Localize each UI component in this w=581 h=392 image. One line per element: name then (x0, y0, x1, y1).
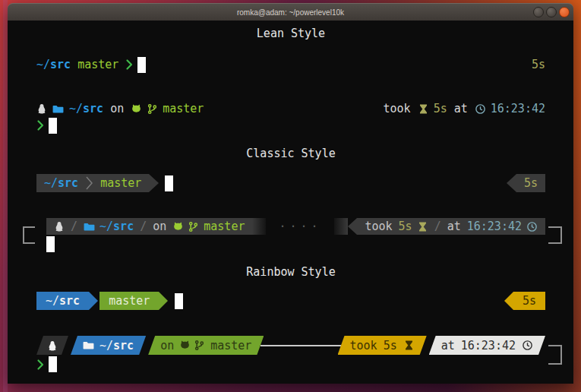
classic-prompt-2: / ~/src / on master ···· took (36, 218, 545, 253)
lean-prompt-1: ~/src master 5s (36, 55, 545, 74)
git-branch-icon (147, 103, 158, 115)
lean-p1-directory: ~/src (36, 58, 71, 71)
took-label: took (350, 339, 377, 352)
prompt-frame-right (548, 345, 562, 365)
rainbow-p2-duration-segment: took 5s (338, 336, 427, 355)
rainbow-style-heading: Rainbow Style (36, 265, 545, 279)
rainbow-p2-os-segment (36, 336, 68, 355)
lean-style-heading: Lean Style (36, 27, 545, 40)
classic-p2-left-segment: / ~/src / on master (46, 218, 252, 235)
separator-slash: / (434, 220, 441, 233)
rainbow-p2-time-segment: at 16:23:42 (429, 336, 545, 355)
gap-fill-line (261, 345, 340, 346)
gap-fill-dots: ···· (266, 220, 334, 233)
rainbow-prompt-2-line-1: ~/src on master took 5s at 16:23: (36, 336, 545, 355)
powerline-arrow-icon (159, 292, 168, 310)
classic-p1-left-segment: ~/src master (36, 174, 149, 192)
clock-icon (526, 221, 538, 232)
segment-fade (252, 218, 266, 235)
terminal-cursor (49, 356, 57, 372)
terminal-window: romka@adam: ~/powerlevel10k Lean Style ~… (8, 3, 573, 384)
minimize-button[interactable] (533, 7, 544, 17)
close-button[interactable] (559, 7, 570, 17)
os-logo-icon (54, 221, 65, 232)
lean-prompt-2-line-1: ~/src on master took 5s at 16:23:42 (36, 101, 545, 116)
rainbow-prompt-2-line-2 (36, 355, 545, 374)
classic-p1-directory: ~/src (44, 176, 78, 190)
duration-value: 5s (384, 339, 397, 352)
terminal-cursor (165, 175, 173, 191)
terminal-cursor (49, 118, 57, 134)
prompt-frame-right (548, 226, 562, 244)
duration-value: 5s (399, 220, 412, 233)
rainbow-p2-git-branch: master (210, 339, 251, 352)
github-icon (179, 340, 191, 351)
lean-p2-on-label: on (110, 102, 124, 115)
rainbow-prompt-2: ~/src on master took 5s at 16:23: (36, 336, 545, 374)
title-bar[interactable]: romka@adam: ~/powerlevel10k (8, 3, 573, 21)
clock-icon (522, 340, 533, 351)
prompt-frame-left (23, 226, 35, 244)
rainbow-p1-directory: ~/src (46, 294, 80, 308)
hourglass-icon (418, 103, 429, 115)
git-branch-icon (188, 221, 199, 232)
window-title: romka@adam: ~/powerlevel10k (237, 8, 344, 17)
time-value: 16:23:42 (461, 339, 516, 352)
powerline-arrow-icon (507, 174, 516, 192)
at-label: at (454, 102, 468, 115)
classic-prompt-1: ~/src master 5s (36, 174, 545, 192)
maximize-button[interactable] (546, 7, 557, 17)
classic-p1-duration: 5s (516, 174, 545, 192)
powerline-arrow-icon (149, 174, 159, 192)
github-icon (131, 103, 142, 115)
classic-prompt-2-line-1: / ~/src / on master ···· took (36, 218, 545, 235)
classic-p2-on-label: on (153, 220, 166, 233)
rainbow-p2-git-segment: on master (148, 336, 264, 355)
powerline-arrow-icon (348, 218, 357, 235)
github-icon (172, 221, 184, 232)
at-label: at (447, 220, 461, 233)
rainbow-p1-duration-segment: 5s (504, 292, 545, 310)
rainbow-prompt-1: ~/src master 5s (36, 292, 545, 310)
rainbow-p1-directory-segment: ~/src (36, 292, 89, 310)
rainbow-p2-directory: ~/src (99, 339, 134, 352)
segment-fade (334, 218, 348, 235)
prompt-chevron-icon (125, 58, 133, 71)
classic-p2-right-segment: took 5s / at 16:23:42 (357, 218, 545, 235)
lean-p2-status: took 5s at 16:23:42 (384, 102, 546, 115)
classic-p2-directory: ~/src (99, 220, 134, 233)
terminal-cursor (137, 57, 146, 73)
powerline-arrow-icon (504, 292, 513, 310)
terminal-cursor (175, 293, 183, 309)
rainbow-p2-directory-segment: ~/src (71, 336, 146, 355)
classic-p1-git-branch: master (100, 176, 141, 190)
lean-p2-directory: ~/src (69, 102, 103, 115)
duration-value: 5s (434, 102, 447, 115)
os-logo-icon (47, 340, 58, 351)
classic-p2-git-branch: master (204, 220, 245, 233)
classic-style-heading: Classic Style (36, 147, 545, 160)
folder-icon (83, 340, 94, 351)
classic-prompt-2-line-2 (36, 235, 545, 253)
time-value: 16:23:42 (467, 220, 522, 233)
window-controls (533, 7, 570, 17)
prompt-chevron-icon (36, 119, 44, 131)
clock-icon (475, 103, 486, 115)
hourglass-icon (417, 221, 428, 232)
terminal-screen[interactable]: Lean Style ~/src master 5s ~/src on mast… (8, 21, 573, 384)
at-label: at (441, 339, 455, 352)
took-label: took (384, 102, 411, 115)
git-branch-icon (194, 340, 205, 351)
separator-slash: / (140, 220, 147, 233)
lean-p1-duration: 5s (532, 58, 545, 71)
hourglass-icon (403, 340, 415, 351)
lean-prompt-2-line-2 (36, 116, 545, 134)
rainbow-p1-duration: 5s (513, 292, 545, 310)
time-value: 16:23:42 (491, 102, 545, 115)
separator-slash: / (71, 220, 77, 233)
rainbow-p1-git-branch: master (99, 292, 159, 310)
folder-icon (52, 103, 64, 115)
classic-p1-duration-segment: 5s (507, 174, 545, 192)
os-logo-icon (36, 103, 47, 114)
powerline-arrow-icon (89, 292, 98, 310)
